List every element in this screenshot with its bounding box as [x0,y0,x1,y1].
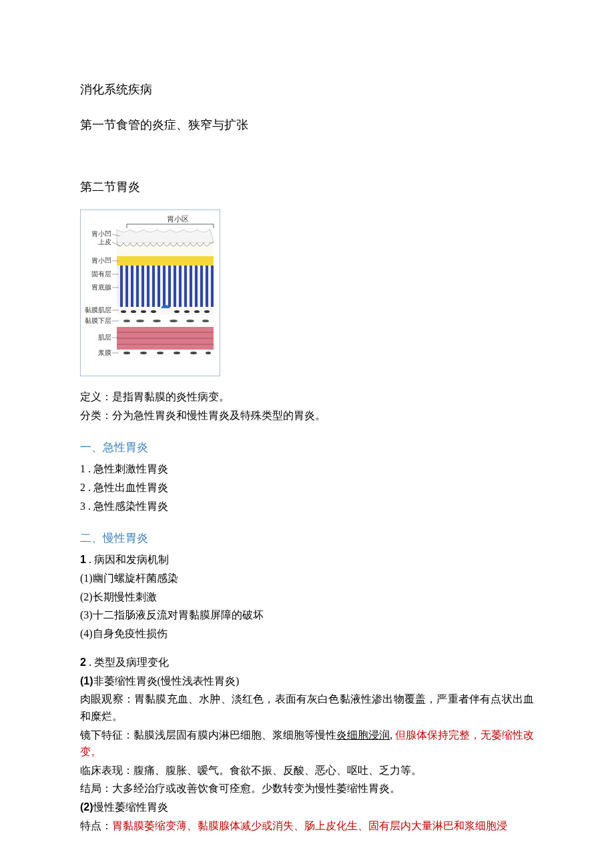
svg-point-36 [136,320,144,322]
num-2: 2 [80,657,86,668]
type1-outcome: 结局：大多经治疗或改善饮食可痊愈。少数转变为慢性萎缩性胃炎。 [80,780,534,797]
acute-gastritis-heading: 一、急性胃炎 [80,438,534,456]
type1-num: (1) [80,675,93,687]
svg-text:固有层: 固有层 [91,270,111,278]
document-page: 消化系统疾病 第一节食管的炎症、狭窄与扩张 第二节胃炎 胃小区 [0,0,614,868]
diagram-svg: 胃小区 [80,209,220,376]
type2-feature-red: 胃黏膜萎缩变薄、黏膜腺体减少或消失、肠上皮化生、固有层内大量淋巴和浆细胞浸 [112,820,507,831]
svg-point-31 [184,310,190,313]
type2-title-line: (2)慢性萎缩性胃炎 [80,799,534,816]
svg-point-28 [141,310,146,313]
section-1-heading: 第一节食管的炎症、狭窄与扩张 [80,115,534,135]
svg-point-49 [174,352,180,354]
type1-micro-underline: 炎细胞浸润 [336,729,390,741]
spacer [80,643,534,653]
type1-micro: 镜下特征：黏膜浅层固有膜内淋巴细胞、浆细胞等慢性炎细胞浸润, 但腺体保持完整，无… [80,727,534,761]
section-2-heading: 第二节胃炎 [80,177,534,197]
chronic-cause-heading: 1 . 病因和发病机制 [80,551,534,568]
acute-item-1: 1 . 急性刺激性胃炎 [80,460,534,478]
cause-2: (2)长期慢性刺激 [80,588,534,606]
svg-point-40 [202,320,209,322]
types-heading-text: . 类型及病理变化 [86,657,169,668]
type1-macro: 肉眼观察：胃黏膜充血、水肿、淡红色，表面有灰白色黏液性渗出物覆盖，严重者伴有点状… [80,691,534,725]
type2-feature-label: 特点： [80,820,112,831]
svg-point-33 [204,310,210,313]
cause-3: (3)十二指肠液反流对胃黏膜屏障的破坏 [80,606,534,624]
svg-text:胃底腺: 胃底腺 [91,284,111,291]
type1-micro-mid: , [390,729,395,741]
cause-heading-text: . 病因和发病机制 [86,554,169,565]
acute-item-3: 3 . 急性感染性胃炎 [80,498,534,515]
svg-text:胃小凹: 胃小凹 [91,257,111,264]
chronic-types-heading: 2 . 类型及病理变化 [80,654,534,671]
svg-text:肌层: 肌层 [98,334,111,341]
svg-point-32 [194,310,200,313]
spacer [80,148,534,161]
acute-item-2: 2 . 急性出血性胃炎 [80,479,534,496]
svg-rect-4 [117,256,214,266]
svg-point-46 [123,352,130,354]
type1-title: 非萎缩性胃炎(慢性浅表性胃炎) [93,675,240,687]
definition-text: 定义：是指胃黏膜的炎性病变。 [80,388,534,406]
svg-rect-45 [117,350,214,356]
svg-text:黏膜肌层: 黏膜肌层 [85,306,111,314]
classification-text: 分类：分为急性胃炎和慢性胃炎及特殊类型的胃炎。 [80,407,534,424]
diagram-top-label: 胃小区 [167,215,189,223]
svg-text:胃小凹: 胃小凹 [91,230,111,238]
cause-1: (1)幽门螺旋杆菌感染 [80,570,534,587]
svg-point-30 [174,310,180,313]
svg-point-26 [121,310,126,313]
svg-point-29 [151,310,156,313]
svg-point-50 [190,352,197,354]
num-1: 1 [80,554,86,565]
chronic-gastritis-heading: 二、慢性胃炎 [80,529,534,547]
svg-point-47 [140,352,147,354]
svg-point-35 [123,320,130,322]
gastric-wall-diagram: 胃小区 [80,209,220,382]
type2-title: 慢性萎缩性胃炎 [93,801,168,813]
svg-point-38 [170,320,178,322]
type1-clinical: 临床表现：腹痛、腹胀、嗳气。食欲不振、反酸、恶心、呕吐、乏力等。 [80,762,534,779]
svg-point-51 [206,352,211,354]
type2-num: (2) [80,801,93,813]
svg-point-27 [131,310,136,313]
svg-rect-34 [117,315,214,327]
svg-text:上皮: 上皮 [98,238,111,246]
document-title: 消化系统疾病 [80,80,534,99]
svg-point-48 [157,352,164,354]
type1-title-line: (1)非萎缩性胃炎(慢性浅表性胃炎) [80,673,534,690]
svg-point-37 [153,320,161,322]
svg-point-39 [186,320,194,322]
type1-micro-pre: 镜下特征：黏膜浅层固有膜内淋巴细胞、浆细胞等慢性 [80,729,336,741]
svg-text:浆膜: 浆膜 [98,349,111,356]
cause-4: (4)自身免疫性损伤 [80,625,534,642]
type2-feature: 特点：胃黏膜萎缩变薄、黏膜腺体减少或消失、肠上皮化生、固有层内大量淋巴和浆细胞浸 [80,817,534,835]
svg-text:黏膜下层: 黏膜下层 [85,317,111,324]
